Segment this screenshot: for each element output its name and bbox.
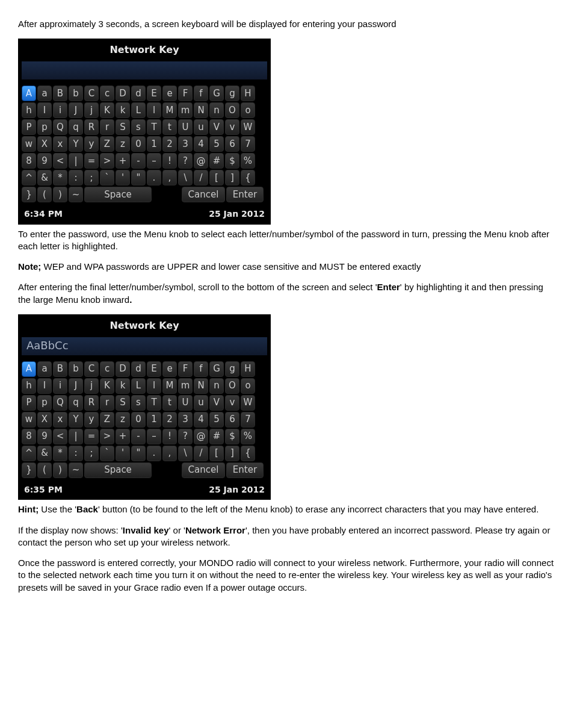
- key[interactable]: ': [116, 446, 130, 461]
- key[interactable]: m: [178, 378, 193, 394]
- key[interactable]: w: [22, 136, 36, 152]
- key[interactable]: =: [84, 429, 99, 444]
- key[interactable]: t: [162, 395, 177, 411]
- key[interactable]: W: [241, 119, 255, 135]
- key[interactable]: #: [209, 153, 224, 169]
- key[interactable]: M: [162, 102, 177, 118]
- key[interactable]: 7: [241, 136, 255, 152]
- key[interactable]: 6: [225, 136, 239, 152]
- key[interactable]: J: [69, 378, 83, 394]
- key[interactable]: x: [53, 412, 67, 428]
- key[interactable]: N: [194, 102, 208, 118]
- key[interactable]: 5: [209, 136, 224, 152]
- key-enter[interactable]: Enter: [226, 187, 264, 202]
- key[interactable]: P: [22, 395, 36, 411]
- key[interactable]: 0: [131, 136, 146, 152]
- key[interactable]: X: [37, 412, 52, 428]
- key-cancel[interactable]: Cancel: [182, 462, 225, 478]
- key[interactable]: 4: [194, 136, 208, 152]
- key[interactable]: g: [225, 86, 239, 101]
- key[interactable]: !: [162, 429, 177, 444]
- key[interactable]: k: [116, 378, 130, 394]
- key[interactable]: ?: [178, 153, 193, 169]
- key[interactable]: v: [225, 395, 239, 411]
- key[interactable]: h: [22, 378, 36, 394]
- key[interactable]: 3: [178, 412, 193, 428]
- key[interactable]: 3: [178, 136, 193, 152]
- key[interactable]: K: [100, 102, 114, 118]
- key[interactable]: f: [194, 86, 208, 101]
- key[interactable]: #: [209, 429, 224, 444]
- key[interactable]: J: [69, 102, 83, 118]
- key[interactable]: r: [100, 395, 114, 411]
- key[interactable]: +: [116, 429, 130, 444]
- key[interactable]: o: [241, 378, 255, 394]
- key[interactable]: 5: [209, 412, 224, 428]
- key[interactable]: f: [194, 361, 208, 377]
- key[interactable]: l: [147, 102, 161, 118]
- key[interactable]: 2: [162, 412, 177, 428]
- key[interactable]: O: [225, 378, 239, 394]
- key[interactable]: n: [209, 102, 224, 118]
- key[interactable]: I: [37, 378, 52, 394]
- key[interactable]: C: [84, 86, 99, 101]
- key[interactable]: =: [84, 153, 99, 169]
- key[interactable]: h: [22, 102, 36, 118]
- key[interactable]: 8: [22, 153, 36, 169]
- key[interactable]: {: [241, 170, 255, 185]
- key[interactable]: |: [69, 429, 83, 444]
- key[interactable]: O: [225, 102, 239, 118]
- key[interactable]: l: [147, 378, 161, 394]
- key[interactable]: ": [131, 446, 146, 461]
- key[interactable]: D: [116, 361, 130, 377]
- key[interactable]: :: [69, 170, 83, 185]
- key[interactable]: }: [22, 187, 36, 202]
- key[interactable]: s: [131, 119, 146, 135]
- key[interactable]: –: [147, 153, 161, 169]
- key-enter[interactable]: Enter: [226, 462, 264, 478]
- key[interactable]: m: [178, 102, 193, 118]
- key[interactable]: ,: [162, 446, 177, 461]
- key[interactable]: a: [37, 361, 52, 377]
- key[interactable]: Q: [53, 119, 67, 135]
- key-cancel[interactable]: Cancel: [182, 187, 225, 202]
- key[interactable]: $: [225, 429, 239, 444]
- key[interactable]: (: [37, 462, 52, 478]
- key[interactable]: X: [37, 136, 52, 152]
- key[interactable]: N: [194, 378, 208, 394]
- key[interactable]: e: [162, 86, 177, 101]
- key[interactable]: E: [147, 361, 161, 377]
- key[interactable]: -: [131, 153, 146, 169]
- key[interactable]: R: [84, 119, 99, 135]
- key[interactable]: z: [116, 136, 130, 152]
- key[interactable]: F: [178, 361, 193, 377]
- key[interactable]: 7: [241, 412, 255, 428]
- key[interactable]: Y: [69, 136, 83, 152]
- key[interactable]: q: [69, 395, 83, 411]
- key[interactable]: Z: [100, 136, 114, 152]
- key[interactable]: T: [147, 395, 161, 411]
- key[interactable]: ): [53, 462, 67, 478]
- key[interactable]: s: [131, 395, 146, 411]
- key[interactable]: i: [53, 378, 67, 394]
- key[interactable]: 9: [37, 429, 52, 444]
- key[interactable]: ^: [22, 446, 36, 461]
- key[interactable]: <: [53, 153, 67, 169]
- key[interactable]: /: [194, 170, 208, 185]
- key[interactable]: .: [147, 170, 161, 185]
- key[interactable]: .: [147, 446, 161, 461]
- key[interactable]: 4: [194, 412, 208, 428]
- key[interactable]: [: [209, 446, 224, 461]
- key[interactable]: a: [37, 86, 52, 101]
- key[interactable]: ~: [69, 462, 83, 478]
- key[interactable]: j: [84, 102, 99, 118]
- password-input[interactable]: [22, 61, 267, 79]
- key[interactable]: H: [241, 86, 255, 101]
- key[interactable]: b: [69, 86, 83, 101]
- key[interactable]: 6: [225, 412, 239, 428]
- key[interactable]: v: [225, 119, 239, 135]
- key[interactable]: $: [225, 153, 239, 169]
- key[interactable]: W: [241, 395, 255, 411]
- key[interactable]: R: [84, 395, 99, 411]
- key[interactable]: d: [131, 361, 146, 377]
